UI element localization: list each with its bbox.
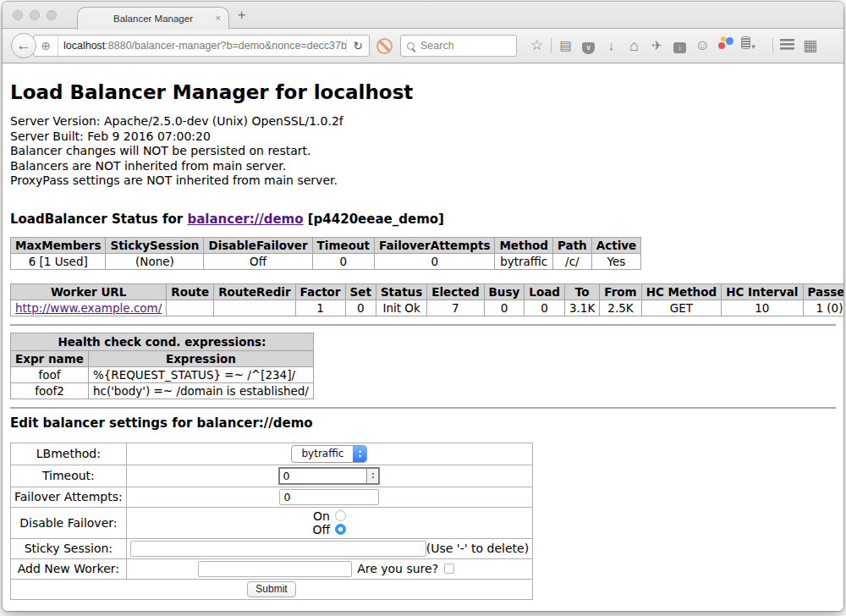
section-divider <box>10 407 836 409</box>
site-identity-globe-icon[interactable]: ⊕ <box>34 36 58 56</box>
lbmethod-select[interactable]: bytraffic ▴▾ <box>291 445 367 463</box>
form-row-add-worker: Add New Worker: Are you sure? <box>11 558 533 579</box>
page-content: Load Balancer Manager for localhost Serv… <box>3 63 843 611</box>
worker-table: Worker URL Route RouteRedir Factor Set S… <box>10 283 843 316</box>
close-window-button[interactable] <box>13 10 23 20</box>
form-row-submit: Submit <box>11 579 533 599</box>
persist-note-line: Balancer changes will NOT be persisted o… <box>10 144 836 159</box>
home-icon[interactable]: ⌂ <box>623 29 645 63</box>
server-version-line: Server Version: Apache/2.5.0-dev (Unix) … <box>10 114 836 129</box>
pocket-icon[interactable]: ∨ <box>577 29 600 63</box>
pocket-chevron-icon: ∨ <box>582 42 595 54</box>
loadbalancer-status-heading: LoadBalancer Status for balancer://demo … <box>10 212 836 227</box>
table-header-row: MaxMembers StickySession DisableFailover… <box>11 237 641 253</box>
table-row: foof %{REQUEST_STATUS} =~ /^[234]/ <box>11 366 314 382</box>
reading-list-icon[interactable]: ▤ <box>554 29 577 63</box>
form-row-lbmethod: LBmethod: bytraffic ▴▾ <box>11 443 533 465</box>
toolbar-icons: ☆ ▤ ∨ ↓ ⌂ ✈ ↓ ☺ ▾ <box>525 28 760 63</box>
form-row-timeout: Timeout: ▴▾ <box>11 465 533 487</box>
form-row-disable-failover: Disable Failover: On Off <box>11 507 533 538</box>
feedback-smiley-icon[interactable]: ☺ <box>691 29 714 63</box>
server-info: Server Version: Apache/2.5.0-dev (Unix) … <box>10 114 836 189</box>
bookmark-star-icon[interactable]: ☆ <box>525 29 548 63</box>
search-input[interactable] <box>419 39 510 52</box>
edit-settings-heading: Edit balancer settings for balancer://de… <box>10 415 836 431</box>
new-tab-button[interactable]: + <box>238 8 245 23</box>
disable-failover-off-radio[interactable] <box>335 524 346 535</box>
url-bar[interactable]: ⊕ localhost:8880/balancer-manager?b=demo… <box>33 35 370 57</box>
toolbar-right: ▦ <box>770 29 821 63</box>
lbmethod-label: LBmethod: <box>11 443 127 465</box>
search-icon <box>407 42 415 50</box>
worker-url-link[interactable]: http://www.example.com/ <box>15 301 162 315</box>
health-check-table: Health check cond. expressions: Expr nam… <box>10 333 314 399</box>
balancer-demo-link[interactable]: balancer://demo <box>187 212 303 227</box>
add-worker-label: Add New Worker: <box>11 558 127 579</box>
downloads-icon[interactable]: ↓ <box>600 29 623 63</box>
table-row: foof2 hc('body') =~ /domain is establish… <box>11 382 314 399</box>
url-path: :8880/balancer-manager?b=demo&nonce=decc… <box>105 40 346 52</box>
form-row-failover-attempts: Failover Attempts: <box>11 487 533 507</box>
tab-strip: Balancer Manager × + <box>3 2 843 29</box>
are-you-sure-label: Are you sure? <box>357 562 438 575</box>
back-button[interactable]: ← <box>11 33 36 58</box>
table-row: 6 [1 Used] (None) Off 0 0 bytraffic /c/ … <box>11 253 641 269</box>
disable-failover-on-radio[interactable] <box>335 510 346 521</box>
hello-dots-icon[interactable] <box>714 29 737 63</box>
panel-arrow-icon: ↓ <box>673 42 686 53</box>
sync-panel-icon[interactable]: ↓ <box>668 29 691 63</box>
toolbar-divider-2 <box>772 38 773 53</box>
inherit-note-line: Balancers are NOT inherited from main se… <box>10 159 836 174</box>
balancer-settings-form: LBmethod: bytraffic ▴▾ Timeout: ▴▾ <box>10 443 533 600</box>
balancer-status-table: MaxMembers StickySession DisableFailover… <box>10 237 641 270</box>
extension-grid-icon[interactable]: ▦ <box>799 29 821 63</box>
disable-failover-label: Disable Failover: <box>11 507 127 538</box>
timeout-field-wrap: ▴▾ <box>278 467 380 485</box>
browser-window: Balancer Manager × + ← ⊕ localhost:8880/… <box>3 2 843 611</box>
url-text: localhost:8880/balancer-manager?b=demo&n… <box>58 40 346 52</box>
url-domain: localhost <box>63 40 105 52</box>
send-tab-icon[interactable]: ✈ <box>645 29 668 63</box>
radio-off-label: Off <box>313 523 331 536</box>
radio-on-label: On <box>313 509 330 523</box>
sticky-delete-note: (Use '-' to delete) <box>426 542 529 555</box>
failover-attempts-input[interactable] <box>279 489 379 505</box>
close-tab-icon[interactable]: × <box>216 13 221 23</box>
form-row-sticky-session: Sticky Session: (Use '-' to delete) <box>11 538 533 558</box>
toolbar-divider <box>551 38 552 53</box>
sticky-session-input[interactable] <box>130 541 426 557</box>
search-bar[interactable] <box>400 35 517 57</box>
menu-hamburger-icon[interactable] <box>776 29 799 63</box>
table-row: http://www.example.com/ 1 0 Init Ok 7 0 … <box>11 300 844 316</box>
dropdown-caret-icon: ▾ <box>751 42 755 51</box>
page-title: Load Balancer Manager for localhost <box>10 81 836 103</box>
table-title-row: Health check cond. expressions: <box>11 333 314 350</box>
timeout-input[interactable] <box>280 469 366 483</box>
server-built-line: Server Built: Feb 9 2016 07:00:20 <box>10 129 836 145</box>
timeout-label: Timeout: <box>11 465 127 487</box>
proxypass-note-line: ProxyPass settings are NOT inherited fro… <box>10 173 836 189</box>
select-stepper-icon: ▴▾ <box>353 446 366 462</box>
tab-title: Balancer Manager <box>113 14 193 24</box>
colored-dots-icon <box>717 36 734 50</box>
container-icon[interactable]: ▾ <box>737 28 760 63</box>
traffic-lights <box>13 10 57 20</box>
are-you-sure-checkbox[interactable] <box>444 564 454 574</box>
zoom-window-button[interactable] <box>47 10 57 20</box>
failover-attempts-label: Failover Attempts: <box>11 487 127 507</box>
navigation-toolbar: ← ⊕ localhost:8880/balancer-manager?b=de… <box>3 29 843 63</box>
table-header-row: Worker URL Route RouteRedir Factor Set S… <box>11 283 844 300</box>
reload-icon[interactable]: ↻ <box>347 39 369 52</box>
back-arrow-icon: ← <box>17 37 31 54</box>
submit-button[interactable]: Submit <box>247 581 295 597</box>
number-stepper-icon[interactable]: ▴▾ <box>366 469 378 483</box>
sticky-session-label: Sticky Session: <box>11 538 127 558</box>
add-worker-input[interactable] <box>198 561 352 577</box>
table-header-row: Expr name Expression <box>11 350 314 366</box>
minimize-window-button[interactable] <box>30 10 40 20</box>
plugin-blocked-icon[interactable] <box>376 38 393 54</box>
tab-balancer-manager[interactable]: Balancer Manager × <box>77 7 229 30</box>
section-divider <box>10 324 836 326</box>
